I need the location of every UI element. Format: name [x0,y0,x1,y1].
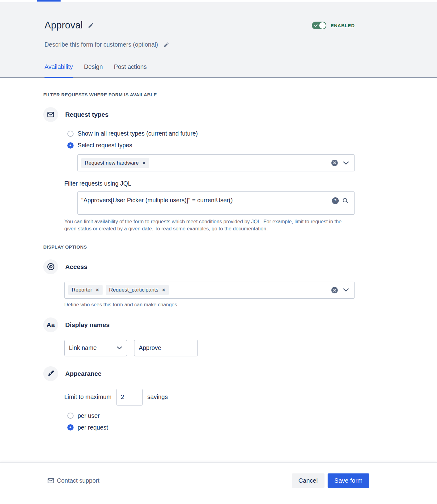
limit-value: 2 [121,393,124,401]
access-tag-request-participants: Request_participants ✕ [106,285,169,295]
contact-support-link[interactable]: Contact support [47,477,100,485]
request-types-heading: Request types [65,111,108,118]
toggle-knob [319,22,326,29]
form-header: Approval ENABLED Describe this form for … [0,2,437,78]
tab-design[interactable]: Design [84,63,103,78]
limit-number-input[interactable]: 2 [116,389,143,405]
jql-label: Filter requests using JQL [64,180,355,187]
limit-scope-radio-group: per user per request [67,412,355,431]
filter-section-label: FILTER REQUESTS WHERE FORM IS AVAILABLE [43,92,355,97]
edit-title-icon[interactable] [88,22,94,28]
request-types-radio-group: Show in all request types (current and f… [67,130,355,149]
enabled-toggle[interactable] [312,22,326,29]
name-type-selected: Link name [69,344,97,351]
selected-request-type-tag: Request new hardware ✕ [81,158,149,168]
display-options-label: DISPLAY OPTIONS [43,244,355,250]
name-type-dropdown[interactable]: Link name [64,340,127,356]
enabled-label: ENABLED [331,23,355,28]
limit-label: Limit to maximum [64,393,112,401]
radio-label: per user [78,412,100,419]
access-icon-circle [43,259,58,274]
jql-search-icon[interactable] [342,197,349,205]
radio-label: per request [78,424,108,431]
limit-suffix: savings [147,393,168,401]
contact-support-label: Contact support [57,477,100,484]
chevron-down-icon[interactable] [343,161,349,165]
radio-label: Select request types [78,142,132,149]
display-name-input[interactable]: Approve [134,340,198,356]
jql-input[interactable]: "Approvers[User Picker (multiple users)]… [77,191,355,215]
display-name-value: Approve [139,344,161,351]
radio-circle-unchecked[interactable] [67,413,74,419]
radio-per-request[interactable]: per request [67,424,355,431]
availability-panel: FILTER REQUESTS WHERE FORM IS AVAILABLE … [0,78,437,431]
request-types-section-header: Request types [43,107,355,122]
jql-help-icon[interactable]: ? [332,197,339,205]
limit-row: Limit to maximum 2 savings [64,389,355,405]
access-multiselect[interactable]: Reporter ✕ Request_participants ✕ [64,282,355,299]
request-types-icon-circle [43,107,58,122]
chevron-down-icon[interactable] [343,288,349,292]
appearance-icon-circle [43,366,58,381]
page-title: Approval [45,20,83,31]
envelope-icon [47,477,55,485]
radio-circle-unchecked[interactable] [67,131,74,137]
edit-description-icon[interactable] [163,42,169,48]
typography-icon: Aa [47,321,55,329]
check-icon [314,23,318,27]
display-names-icon-circle: Aa [43,317,58,332]
radio-circle-checked[interactable] [67,424,74,430]
paintbrush-icon [47,370,55,377]
eye-icon [47,262,55,271]
access-tag-reporter: Reporter ✕ [68,285,103,295]
radio-label: Show in all request types (current and f… [78,130,198,137]
svg-text:?: ? [334,198,337,203]
save-form-button[interactable]: Save form [328,473,369,488]
remove-tag-icon[interactable]: ✕ [95,288,99,292]
jql-value: "Approvers[User Picker (multiple users)]… [81,197,332,204]
display-names-section-header: Aa Display names [43,317,355,332]
footer-bar: Contact support Cancel Save form [0,462,437,504]
form-description-placeholder: Describe this form for customers (option… [45,41,158,48]
tab-post-actions[interactable]: Post actions [114,63,146,78]
radio-show-all-request-types[interactable]: Show in all request types (current and f… [67,130,355,137]
appearance-heading: Appearance [65,370,101,377]
request-types-multiselect[interactable]: Request new hardware ✕ [77,154,355,171]
appearance-section-header: Appearance [43,366,355,381]
chevron-down-icon [117,346,122,350]
cancel-button[interactable]: Cancel [292,473,325,488]
active-tab-indicator-top [37,0,61,2]
enabled-status: ENABLED [312,22,355,29]
form-description-row[interactable]: Describe this form for customers (option… [45,41,355,48]
display-names-heading: Display names [65,321,110,329]
tab-bar: Availability Design Post actions [45,63,355,78]
clear-all-icon[interactable] [331,287,338,293]
envelope-icon [47,111,55,119]
display-names-controls: Link name Approve [64,340,355,356]
access-help-text: Define who sees this form and can make c… [64,302,355,308]
radio-circle-checked[interactable] [67,142,74,149]
remove-tag-icon[interactable]: ✕ [142,161,146,165]
jql-help-text: You can limit availability of the form t… [64,218,355,233]
tab-availability[interactable]: Availability [45,63,73,78]
clear-all-icon[interactable] [331,160,338,166]
access-heading: Access [65,263,87,271]
remove-tag-icon[interactable]: ✕ [162,288,166,292]
radio-select-request-types[interactable]: Select request types [67,142,355,149]
radio-per-user[interactable]: per user [67,412,355,419]
access-section-header: Access [43,259,355,274]
top-scroll-strip [0,0,437,2]
